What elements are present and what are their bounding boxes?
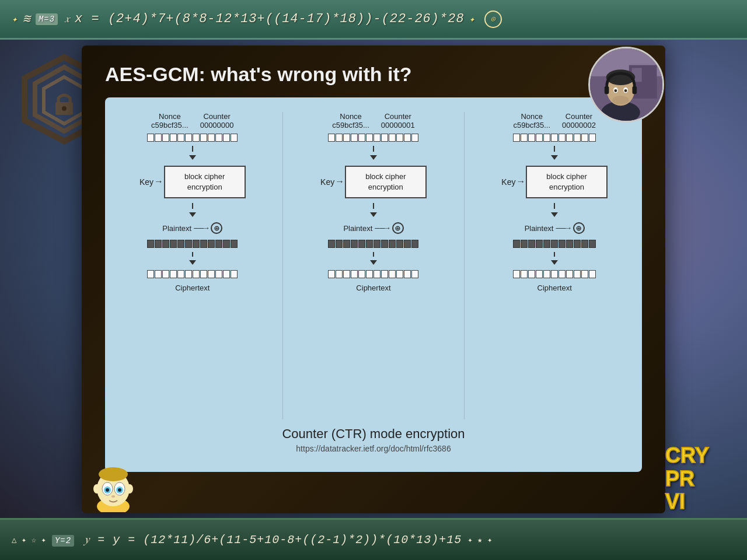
col2-nonce-label: Nonce c59bcf35... [332,112,369,130]
col2-cipher-box: block cipher encryption [345,166,427,198]
y-badge: Y=2 [52,535,74,547]
col3-arrow2 [554,203,555,209]
svg-point-28 [111,495,115,498]
col2-counter-label: Counter 00000001 [381,112,415,130]
reference-url: https://datatracker.ietf.org/doc/html/rf… [117,444,630,453]
formula-text: x = (2+4)*7+(8*8-12*13+((14-17)*18))-(22… [75,12,465,26]
svg-point-27 [118,488,121,492]
formula-x-icon: 𝑥 [65,13,70,25]
diagram-content: Nonce c59bcf35... Counter 00000000 [117,112,630,419]
col3-arrowhead3 [551,260,558,265]
col1-arrow3 [192,252,193,257]
ctr-column-3: Nonce c59bcf35... Counter 00000002 [490,112,619,292]
col1-arrowhead1 [189,155,196,160]
col2-arrowhead2 [370,212,377,217]
cry-text-line3: VI [665,490,735,513]
col3-nonce-label: Nonce c59bcf35... [513,112,550,130]
svg-rect-17 [605,86,609,94]
col3-arrow1 [554,146,555,152]
col1-key-cipher: Key → block cipher encryption [139,166,246,198]
top-formula: ✦ ≋ M=3 𝑥 x = (2+4)*7+(8*8-12*13+((14-17… [12,10,735,28]
col3-arrowhead1 [551,155,558,160]
col1-xor-circle: ⊕ [211,222,222,234]
col3-key-cipher: Key → block cipher encryption [501,166,608,198]
col3-input-bits [513,134,596,142]
webcam-person [590,48,662,121]
cry-text-line2: PR [665,467,735,491]
col1-arrowhead2 [189,212,196,217]
col3-plaintext-arrow: ——→ [556,223,571,233]
ctr-column-2: Nonce c59bcf35... Counter 00000001 [309,112,438,292]
col2-xor-circle: ⊕ [392,222,404,234]
person-svg [590,47,662,123]
col2-arrowhead1 [370,155,377,160]
svg-point-26 [106,488,109,492]
col3-labels: Nonce c59bcf35... Counter 00000002 [490,112,619,130]
col2-key-arrow: → [337,177,343,187]
col3-cipher-bits [513,270,596,278]
svg-marker-2 [44,77,85,124]
col2-labels: Nonce c59bcf35... Counter 00000001 [309,112,438,130]
col3-plaintext-bits [513,240,596,248]
formula-circle-icon: ◎ [484,10,502,28]
col3-arrowhead2 [551,212,558,217]
svg-point-15 [624,89,627,92]
col3-ciphertext-label: Ciphertext [537,284,572,292]
svg-point-30 [126,484,133,494]
slide-inner: AES-GCM: what's wrong with it? [82,46,665,513]
col1-labels: Nonce c59bcf35... Counter 00000000 [128,112,257,130]
right-logo: CRY PR VI [665,444,735,513]
diagram-footer: Counter (CTR) mode encryption https://da… [117,426,630,453]
col1-input-bits [147,134,238,142]
col1-arrowhead3 [189,260,196,265]
col2-arrow3 [373,252,374,257]
col1-ciphertext-label: Ciphertext [175,284,210,292]
bottom-bar: △ ✦ ☆ ✦ Y=2 𝑦 = y = (12*11)/6+(11-5+10-8… [0,518,747,560]
col2-arrow1 [373,146,374,152]
col3-arrow3 [554,252,555,257]
col2-plaintext-arrow: ——→ [375,223,389,233]
col2-plaintext-row: Plaintext ——→ ⊕ [343,222,403,234]
svg-point-14 [614,89,617,92]
bottom-formula-text: y = (12*11)/6+(11-5+10-8+((2-1)*2))*(10*… [113,533,462,547]
col-divider-2 [464,112,465,419]
bottom-icon: △ ✦ ☆ ✦ [12,535,46,545]
col2-input-bits [328,134,418,142]
diagram-area: Nonce c59bcf35... Counter 00000000 [105,97,642,472]
col1-counter-label: Counter 00000000 [200,112,234,130]
m-badge: M=3 [36,13,58,25]
svg-point-21 [99,467,128,481]
cry-text-line1: CRY [665,444,735,467]
col3-cipher-box: block cipher encryption [526,166,608,198]
col2-arrow2 [373,203,374,209]
top-bar: ✦ ≋ M=3 𝑥 x = (2+4)*7+(8*8-12*13+((14-17… [0,0,747,40]
col1-plaintext-arrow: ——→ [194,223,208,233]
svg-rect-18 [632,86,637,94]
col1-cipher-box: block cipher encryption [164,166,246,198]
col1-plaintext-bits [147,240,238,248]
morty-svg [89,463,138,512]
col2-ciphertext-label: Ciphertext [356,284,390,292]
col2-arrowhead3 [370,260,377,265]
bottom-formula: Y=2 𝑦 = y = (12*11)/6+(11-5+10-8+((2-1)*… [52,533,462,547]
col2-key-cipher: Key → block cipher encryption [320,166,427,198]
webcam-circle [588,47,664,123]
ctr-mode-label: Counter (CTR) mode encryption [117,426,630,442]
col2-plaintext-bits [328,240,418,248]
formula-prefix: ≋ [23,11,31,27]
col1-nonce-label: Nonce c59bcf35... [151,112,189,130]
col-divider-1 [282,112,283,419]
col3-plaintext-row: Plaintext ——→ ⊕ [525,222,585,234]
bottom-icon-right: ✦ ★ ✦ [467,535,492,545]
col1-arrow1 [192,146,193,152]
col1-cipher-bits [147,270,238,278]
col1-plaintext-row: Plaintext ——→ ⊕ [162,222,222,234]
svg-point-4 [62,106,67,111]
col3-key-arrow: → [518,177,523,187]
col1-key-arrow: → [156,177,162,187]
col2-cipher-bits [328,270,418,278]
slide-title: AES-GCM: what's wrong with it? [105,63,642,86]
col1-arrow2 [192,203,193,209]
svg-point-29 [93,484,100,494]
slide-container: AES-GCM: what's wrong with it? [82,46,665,513]
